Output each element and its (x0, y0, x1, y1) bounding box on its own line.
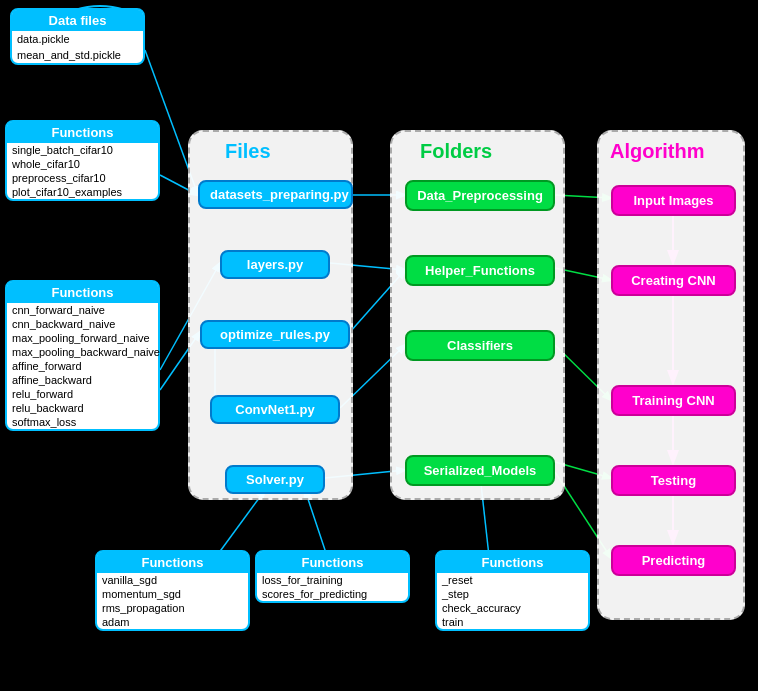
data-files-box: Data files data.pickle mean_and_std.pick… (10, 8, 145, 65)
func3-item-1: vanilla_sgd (97, 573, 248, 587)
algorithm-label: Algorithm (610, 140, 704, 163)
functions-header-3: Functions (97, 552, 248, 573)
func5-item-3: check_accuracy (437, 601, 588, 615)
folders-label: Folders (420, 140, 492, 163)
func2-item-9: softmax_loss (7, 415, 158, 429)
functions-box-2: Functions cnn_forward_naive cnn_backward… (5, 280, 160, 431)
folder-helper[interactable]: Helper_Functions (405, 255, 555, 286)
functions-box-1: Functions single_batch_cifar10 whole_cif… (5, 120, 160, 201)
functions-header-1: Functions (7, 122, 158, 143)
file-optimize[interactable]: optimize_rules.py (200, 320, 350, 349)
file-layers[interactable]: layers.py (220, 250, 330, 279)
files-label: Files (225, 140, 271, 163)
data-files-header: Data files (12, 10, 143, 31)
func5-item-1: _reset (437, 573, 588, 587)
func4-item-1: loss_for_training (257, 573, 408, 587)
functions-box-4: Functions loss_for_training scores_for_p… (255, 550, 410, 603)
func3-item-2: momentum_sgd (97, 587, 248, 601)
func5-item-2: _step (437, 587, 588, 601)
folder-classifiers[interactable]: Classifiers (405, 330, 555, 361)
func4-item-2: scores_for_predicting (257, 587, 408, 601)
func1-item-1: single_batch_cifar10 (7, 143, 158, 157)
algo-predicting[interactable]: Predicting (611, 545, 736, 576)
data-files-item-1: data.pickle (12, 31, 143, 47)
func1-item-4: plot_cifar10_examples (7, 185, 158, 199)
functions-box-5: Functions _reset _step check_accuracy tr… (435, 550, 590, 631)
func2-item-8: relu_backward (7, 401, 158, 415)
algo-input-images[interactable]: Input Images (611, 185, 736, 216)
func2-item-1: cnn_forward_naive (7, 303, 158, 317)
func1-item-3: preprocess_cifar10 (7, 171, 158, 185)
algo-training-cnn[interactable]: Training CNN (611, 385, 736, 416)
func2-item-6: affine_backward (7, 373, 158, 387)
data-files-item-2: mean_and_std.pickle (12, 47, 143, 63)
file-datasets[interactable]: datasets_preparing.py (198, 180, 353, 209)
func3-item-4: adam (97, 615, 248, 629)
file-solver[interactable]: Solver.py (225, 465, 325, 494)
func5-item-4: train (437, 615, 588, 629)
diagram: Data files data.pickle mean_and_std.pick… (0, 0, 758, 691)
file-convnet[interactable]: ConvNet1.py (210, 395, 340, 424)
func2-item-7: relu_forward (7, 387, 158, 401)
folder-serialized[interactable]: Serialized_Models (405, 455, 555, 486)
func2-item-2: cnn_backward_naive (7, 317, 158, 331)
func2-item-5: affine_forward (7, 359, 158, 373)
func2-item-4: max_pooling_backward_naive (7, 345, 158, 359)
algo-creating-cnn[interactable]: Creating CNN (611, 265, 736, 296)
functions-header-2: Functions (7, 282, 158, 303)
algo-testing[interactable]: Testing (611, 465, 736, 496)
folder-dataprep[interactable]: Data_Preprocessing (405, 180, 555, 211)
func3-item-3: rms_propagation (97, 601, 248, 615)
functions-header-5: Functions (437, 552, 588, 573)
func1-item-2: whole_cifar10 (7, 157, 158, 171)
func2-item-3: max_pooling_forward_naive (7, 331, 158, 345)
functions-box-3: Functions vanilla_sgd momentum_sgd rms_p… (95, 550, 250, 631)
functions-header-4: Functions (257, 552, 408, 573)
